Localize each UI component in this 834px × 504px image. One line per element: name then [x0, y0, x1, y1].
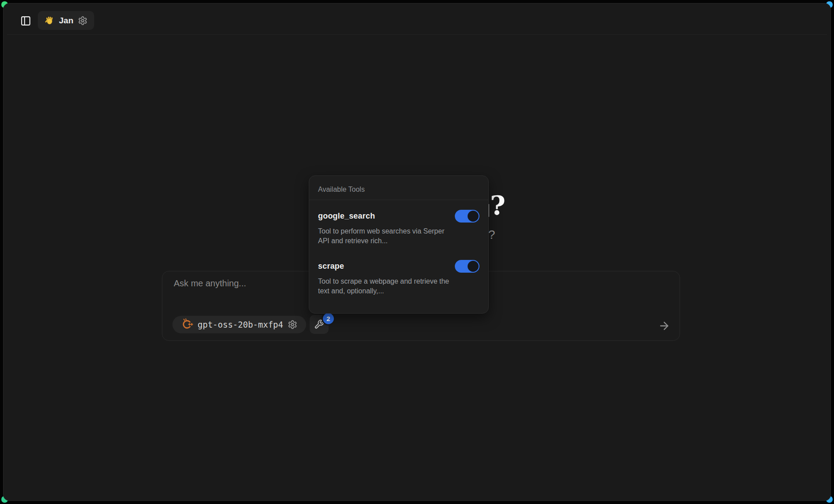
tool-description: Tool to perform web searches via Serper … — [318, 226, 451, 246]
popover-title: Available Tools — [309, 176, 488, 200]
panel-left-icon — [20, 15, 31, 26]
desktop-background: Jan ? ? — [0, 0, 834, 504]
tool-name: scrape — [318, 262, 344, 271]
model-name: gpt-oss-20b-mxfp4 — [198, 320, 283, 329]
sidebar-toggle-button[interactable] — [18, 14, 33, 28]
tool-toggle[interactable] — [455, 210, 479, 223]
tool-name: google_search — [318, 212, 375, 221]
tool-row-scrape: scrape Tool to scrape a webpage and retr… — [318, 260, 479, 296]
gear-icon — [78, 16, 88, 26]
tool-toggle[interactable] — [455, 260, 479, 273]
toggle-knob — [468, 261, 479, 272]
app-title: Jan — [59, 16, 73, 26]
hidden-subtitle-fragment: ? — [488, 227, 495, 242]
waving-hand-icon — [44, 15, 55, 26]
model-selector-button[interactable]: gpt-oss-20b-mxfp4 — [172, 316, 306, 333]
chat-input-controls: gpt-oss-20b-mxfp4 2 — [172, 315, 329, 334]
arrow-right-icon — [658, 320, 670, 332]
llamacpp-icon — [181, 318, 193, 330]
tools-button[interactable]: 2 — [310, 315, 329, 334]
tool-description: Tool to scrape a webpage and retrieve th… — [318, 277, 451, 296]
available-tools-popover: Available Tools google_search Tool to pe… — [309, 175, 489, 314]
toggle-knob — [468, 211, 479, 222]
send-button[interactable] — [657, 318, 672, 333]
popover-body: google_search Tool to perform web search… — [309, 200, 488, 306]
app-home-button[interactable]: Jan — [38, 11, 94, 30]
model-settings-gear-icon[interactable] — [288, 320, 297, 329]
tool-row-google-search: google_search Tool to perform web search… — [318, 210, 479, 246]
tools-count-badge: 2 — [322, 312, 335, 325]
app-window: Jan ? ? — [3, 3, 831, 501]
hidden-heading-fragment: ? — [490, 192, 505, 219]
header-divider — [7, 34, 827, 35]
